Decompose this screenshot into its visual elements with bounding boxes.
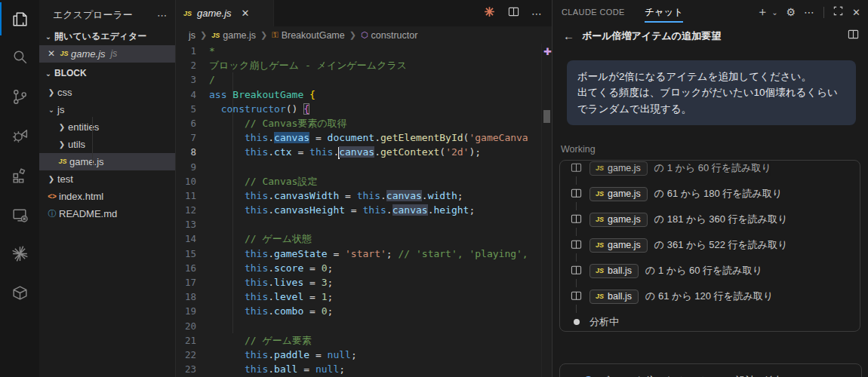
tree-item-README-md[interactable]: ⓘREADME.md [39,205,175,222]
code-line-2[interactable]: 2ブロック崩しゲーム - メインゲームクラス [176,58,543,72]
code-line-21[interactable]: 21 // ゲーム要素 [176,333,543,348]
file-chip-label: game.js [608,240,641,250]
code-line-4[interactable]: 4ass BreakoutGame { [176,87,543,102]
chevron-down-icon[interactable]: ⌄ [771,8,777,17]
breadcrumb-item-constructor[interactable]: ⬡constructor [361,30,417,41]
code-line-15[interactable]: 15 this.gameState = 'start'; // 'start',… [176,247,543,261]
code-line-10[interactable]: 10 // Canvas設定 [176,174,543,188]
vscode-window: エクスプローラー ⋯ ⌄ 開いているエディター ✕ JS game.js js … [0,0,868,377]
working-step-text: の 1 から 60 行を読み取り [645,264,762,277]
remote-explorer-icon[interactable] [0,197,39,233]
panel-more-icon[interactable]: ⋯ [804,6,815,18]
code-editor[interactable]: 1*2ブロック崩しゲーム - メインゲームクラス3/4ass BreakoutG… [176,44,543,377]
claude-icon[interactable] [0,235,39,271]
line-content: this.gameState = 'start'; // 'start', 'p… [209,247,528,261]
line-content: this.lives = 3; [209,275,333,290]
tree-item-test[interactable]: ❯test [39,170,175,188]
line-content: this.ctx = this.canvas.getContext('2d'); [209,145,481,159]
tree-item-entities[interactable]: ❯entities [39,118,175,136]
close-icon[interactable]: ✕ [45,45,57,63]
working-step: JSgame.jsの 361 から 522 行を読み取り [571,237,849,253]
code-line-22[interactable]: 22 this.paddle = null; [176,348,543,362]
open-editor-game-js[interactable]: ✕ JS game.js js [39,45,175,63]
file-chip-game-js[interactable]: JSgame.js [589,213,648,227]
code-line-8[interactable]: 8 this.ctx = this.canvas.getContext('2d'… [176,145,543,159]
read-file-icon [571,290,583,302]
line-number: 6 [176,116,209,130]
editor-more-icon[interactable]: ⋯ [531,8,543,20]
code-line-3[interactable]: 3/ [176,72,543,87]
new-chat-icon[interactable]: ＋ [756,5,768,20]
code-line-17[interactable]: 17 this.lives = 3; [176,275,543,290]
file-chip-game-js[interactable]: JSgame.js [589,161,648,176]
file-chip-ball-js[interactable]: JSball.js [589,264,639,278]
info-file-icon: ⓘ [45,205,59,222]
close-panel-icon[interactable]: ✕ [852,7,860,18]
claude-run-icon[interactable] [483,5,496,21]
back-arrow-icon[interactable]: ← [563,29,574,42]
tree-item-css[interactable]: ❯css [39,84,175,101]
code-line-5[interactable]: 5 constructor() { [176,102,543,116]
open-editors-header[interactable]: ⌄ 開いているエディター [39,28,175,45]
code-line-20[interactable]: 20 [176,319,543,333]
code-line-19[interactable]: 19 this.combo = 0; [176,304,543,318]
activity-bar [0,0,39,377]
workspace-header[interactable]: ⌄ BLOCK [39,65,175,82]
code-line-18[interactable]: 18 this.level = 1; [176,290,543,304]
maximize-panel-icon[interactable] [833,5,844,19]
line-number: 5 [176,102,209,116]
code-line-12[interactable]: 12 this.canvasHeight = this.canvas.heigh… [176,203,543,217]
breadcrumb-item-BreakoutGame[interactable]: ⚿BreakoutGame [272,30,344,41]
tree-item-game-js[interactable]: JSgame.js [39,153,175,170]
tree-item-label: game.js [69,153,104,170]
todo-list[interactable]: ❯ ボールが2倍になるアイテムの設計と追加 (1/4) ✕☰ [559,363,862,377]
breadcrumb-separator: ❯ [200,30,207,40]
line-content: this.canvasWidth = this.canvas.width; [209,188,463,203]
breadcrumb-label: constructor [371,30,418,41]
tree-item-label: README.md [59,205,117,222]
split-editor-icon[interactable] [508,6,519,20]
file-chip-ball-js[interactable]: JSball.js [589,290,639,304]
code-line-23[interactable]: 23 this.ball = null; [176,362,543,376]
code-line-16[interactable]: 16 this.score = 0; [176,261,543,275]
line-content: ブロック崩しゲーム - メインゲームクラス [209,58,407,72]
code-line-7[interactable]: 7 this.canvas = document.getElementById(… [176,130,543,145]
chevron-right-icon: ❯ [45,84,57,101]
settings-gear-icon[interactable]: ⚙ [786,6,796,18]
code-line-1[interactable]: 1* [176,44,543,58]
working-step: JSgame.jsの 61 から 180 行を読み取り [571,185,849,202]
breadcrumb-item-game-js[interactable]: JSgame.js [211,30,256,41]
code-line-13[interactable]: 13 [176,217,543,231]
extensions-icon[interactable] [0,157,39,193]
breadcrumb-item-js[interactable]: js [189,30,195,41]
package-box-icon[interactable] [0,274,39,311]
code-line-6[interactable]: 6 // Canvas要素の取得 [176,116,543,130]
explorer-icon[interactable] [0,1,39,37]
open-in-editor-icon[interactable] [848,29,859,43]
search-icon[interactable] [0,38,39,75]
html-file-icon: <> [45,188,59,205]
tab-chat[interactable]: チャット [645,0,683,24]
explorer-more-icon[interactable]: ⋯ [157,10,168,21]
code-line-11[interactable]: 11 this.canvasWidth = this.canvas.width; [176,188,543,203]
working-step-text: の 61 から 180 行を読み取り [654,187,782,201]
tree-item-index-html[interactable]: <>index.html [39,188,175,205]
source-control-icon[interactable] [0,78,39,115]
file-chip-game-js[interactable]: JSgame.js [589,238,648,253]
code-line-9[interactable]: 9 [176,160,543,174]
scrollbar-thumb[interactable] [543,110,550,123]
chevron-right-icon: ❯ [45,170,57,188]
code-line-14[interactable]: 14 // ゲーム状態 [176,231,543,246]
tab-bar: JS game.js ✕ ⋯ [176,0,552,26]
tab-game-js[interactable]: JS game.js ✕ [176,0,274,26]
working-steps: JSgame.jsの 1 から 60 行を読み取りJSgame.jsの 61 か… [559,160,860,332]
overview-ruler[interactable]: ✚ [541,44,552,377]
run-debug-icon[interactable] [0,118,39,154]
tree-item-utils[interactable]: ❯utils [39,136,175,153]
chevron-down-icon: ⌄ [42,28,54,45]
file-chip-game-js[interactable]: JSgame.js [589,187,648,201]
close-icon[interactable]: ✕ [242,8,250,19]
tree-item-js[interactable]: ⌄js [39,101,175,118]
divider [823,7,824,18]
panel-header: CLAUDE CODE チャット ＋ ⌄ ⚙ ⋯ ✕ [553,0,868,24]
